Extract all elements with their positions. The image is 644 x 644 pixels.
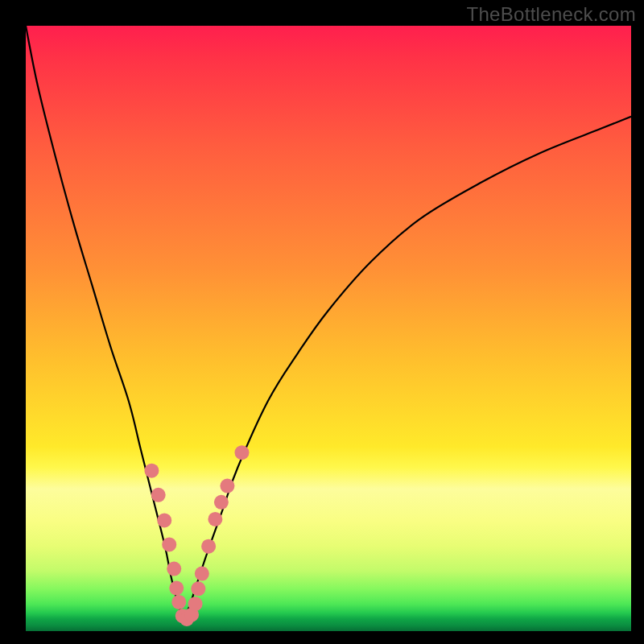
curve-right bbox=[184, 117, 631, 619]
curve-marker bbox=[167, 562, 181, 576]
curve-marker bbox=[144, 464, 159, 478]
curve-marker bbox=[188, 597, 203, 611]
curve-marker bbox=[220, 479, 234, 493]
curve-marker bbox=[201, 539, 216, 554]
curve-layer bbox=[26, 26, 631, 631]
curve-marker bbox=[195, 567, 209, 581]
chart-frame: TheBottleneck.com bbox=[0, 0, 644, 644]
curve-left bbox=[26, 26, 184, 619]
curve-marker bbox=[157, 513, 171, 527]
curve-marker bbox=[234, 445, 249, 460]
plot-area bbox=[26, 26, 631, 631]
curve-marker bbox=[191, 581, 205, 596]
curve-marker bbox=[214, 495, 229, 510]
curve-markers bbox=[144, 445, 249, 626]
watermark-text: TheBottleneck.com bbox=[466, 3, 636, 26]
curve-marker bbox=[171, 595, 186, 609]
curve-marker bbox=[162, 537, 176, 551]
curve-marker bbox=[169, 581, 184, 596]
curve-marker bbox=[208, 512, 222, 526]
curve-marker bbox=[151, 488, 166, 502]
